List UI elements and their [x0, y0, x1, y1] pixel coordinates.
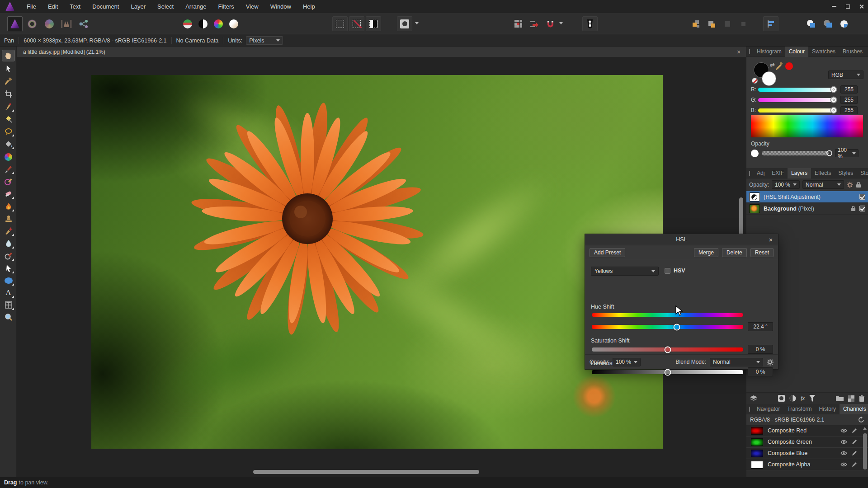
export-persona-icon[interactable]: [76, 16, 91, 31]
background-colour-swatch[interactable]: [762, 71, 776, 86]
shape-tool[interactable]: [2, 275, 15, 286]
document-image[interactable]: [91, 75, 663, 449]
tab-effects[interactable]: Effects: [811, 168, 835, 178]
select-all-icon[interactable]: [332, 16, 348, 31]
channel-row-blue[interactable]: Composite Blue: [746, 448, 868, 459]
node-tool[interactable]: [2, 263, 15, 274]
channel-editable-pencil-icon[interactable]: [852, 439, 857, 445]
hsl-dialog-titlebar[interactable]: HSL ×: [585, 234, 778, 245]
tab-brushes[interactable]: Brushes: [839, 47, 866, 57]
hsl-close-icon[interactable]: ×: [767, 236, 774, 244]
colour-picker-tool[interactable]: [2, 75, 15, 87]
opacity-value-field[interactable]: 100 %: [835, 149, 859, 157]
tab-colour[interactable]: Colour: [785, 47, 808, 57]
menu-document[interactable]: Document: [86, 0, 125, 13]
tab-layers[interactable]: Layers: [788, 168, 811, 178]
quick-mask-dropdown-icon[interactable]: [415, 22, 419, 24]
geometry-subtract-icon[interactable]: [821, 16, 836, 31]
auto-white-balance-icon[interactable]: [226, 16, 241, 31]
move-tool[interactable]: [2, 63, 15, 75]
layer-effects-icon[interactable]: fx: [801, 395, 805, 402]
move-forward-icon[interactable]: [704, 16, 719, 31]
red-value-field[interactable]: 255: [840, 85, 858, 94]
blend-options-gear-icon[interactable]: [847, 182, 853, 188]
no-colour-icon[interactable]: [752, 78, 758, 84]
snapping-magnet-icon[interactable]: [542, 16, 558, 31]
picked-colour-swatch[interactable]: [785, 62, 793, 70]
mask-layer-icon[interactable]: [778, 395, 785, 402]
canvas-horizontal-scrollbar[interactable]: [253, 470, 479, 474]
snap-to-icon[interactable]: [527, 16, 542, 31]
channel-visible-eye-icon[interactable]: [840, 440, 847, 444]
colour-spectrum[interactable]: [751, 115, 863, 137]
add-preset-button[interactable]: Add Preset: [590, 248, 625, 257]
reset-channels-icon[interactable]: [858, 417, 864, 423]
menu-layer[interactable]: Layer: [125, 0, 151, 13]
units-select[interactable]: Pixels: [246, 36, 283, 45]
layer-row-hsl-adjustment[interactable]: (HSL Shift Adjustment): [746, 191, 868, 203]
auto-contrast-icon[interactable]: [195, 16, 211, 31]
colour-picker-icon[interactable]: [775, 62, 783, 70]
move-to-front-icon[interactable]: [688, 16, 703, 31]
tab-histogram[interactable]: Histogram: [753, 47, 785, 57]
tab-styles[interactable]: Styles: [835, 168, 857, 178]
layer-visibility-checkbox[interactable]: [859, 194, 865, 200]
tab-transform[interactable]: Transform: [783, 404, 815, 414]
hsv-checkbox[interactable]: [665, 268, 670, 274]
hsl-range-select[interactable]: Yellows: [591, 267, 659, 276]
menu-arrange[interactable]: Arrange: [179, 0, 212, 13]
blur-tool[interactable]: [2, 238, 15, 249]
tab-navigator[interactable]: Navigator: [753, 404, 783, 414]
green-slider[interactable]: [758, 98, 836, 102]
geometry-add-icon[interactable]: [804, 16, 819, 31]
luminosity-shift-handle[interactable]: [664, 369, 671, 375]
gradient-tool[interactable]: [2, 151, 15, 163]
channel-editable-pencil-icon[interactable]: [852, 462, 857, 467]
delete-layer-trash-icon[interactable]: [859, 395, 864, 402]
channel-visible-eye-icon[interactable]: [840, 462, 847, 467]
tab-stock[interactable]: Stock: [857, 168, 868, 178]
maximize-button[interactable]: [841, 0, 854, 13]
snapping-dropdown-icon[interactable]: [559, 22, 563, 24]
live-filter-icon[interactable]: [809, 395, 815, 402]
saturation-shift-slider[interactable]: [592, 347, 743, 352]
panel-grip-icon[interactable]: [749, 49, 750, 54]
swap-colours-icon[interactable]: ⇄: [770, 61, 775, 68]
saturation-shift-value-field[interactable]: 0 %: [748, 345, 773, 354]
background-layer-thumbnail[interactable]: [749, 204, 760, 213]
layers-blend-select[interactable]: Normal: [802, 180, 844, 189]
view-pan-tool[interactable]: [2, 50, 15, 61]
merge-button[interactable]: Merge: [694, 248, 718, 257]
luminosity-shift-slider[interactable]: [592, 370, 743, 374]
channel-row-alpha[interactable]: Composite Alpha: [746, 459, 868, 470]
develop-persona-icon[interactable]: [42, 16, 57, 31]
panel-grip-icon[interactable]: [749, 407, 750, 412]
channel-visible-eye-icon[interactable]: [840, 428, 847, 433]
tab-history[interactable]: History: [816, 404, 840, 414]
hue-shift-slider[interactable]: [592, 325, 743, 329]
hsl-gear-icon[interactable]: [767, 359, 774, 366]
tab-adj[interactable]: Adj: [753, 168, 768, 178]
geometry-divide-icon[interactable]: [836, 16, 852, 31]
channel-row-red[interactable]: Composite Red: [746, 425, 868, 436]
menu-edit[interactable]: Edit: [42, 0, 64, 13]
green-value-field[interactable]: 255: [840, 96, 858, 104]
colour-replacement-brush-tool[interactable]: [2, 176, 15, 188]
locked-icon[interactable]: [851, 206, 856, 211]
move-backward-icon[interactable]: [720, 16, 735, 31]
text-tool[interactable]: A: [2, 287, 15, 299]
tab-close-icon[interactable]: ×: [735, 48, 742, 56]
colour-mode-select[interactable]: RGB: [828, 70, 863, 79]
tab-exif[interactable]: EXIF: [768, 168, 788, 178]
quick-mask-icon[interactable]: [397, 16, 412, 31]
layer-lock-icon[interactable]: [856, 182, 861, 188]
photo-persona-icon[interactable]: [7, 16, 23, 31]
smudge-tool[interactable]: [2, 250, 15, 262]
layer-row-background[interactable]: Background (Pixel): [746, 203, 868, 215]
saturation-shift-handle[interactable]: [664, 346, 671, 353]
invert-selection-icon[interactable]: [366, 16, 381, 31]
reset-button[interactable]: Reset: [750, 248, 774, 257]
adjustment-layer-thumbnail[interactable]: [749, 192, 760, 202]
freehand-selection-tool[interactable]: [2, 126, 15, 137]
selection-brush-tool[interactable]: [2, 101, 15, 113]
